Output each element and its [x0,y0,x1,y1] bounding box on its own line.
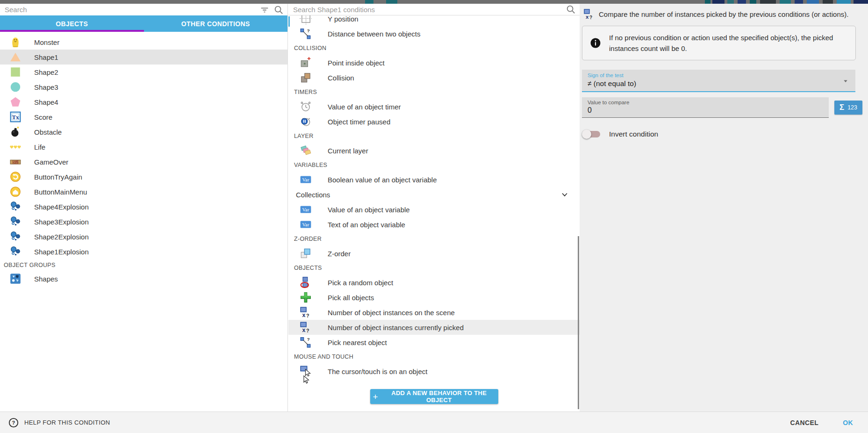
condition-row-number-of-object-instances-currently-picked[interactable]: x?Number of object instances currently p… [288,320,580,335]
group-row-shapes[interactable]: Shapes [0,271,287,286]
dialog-footer: ? HELP FOR THIS CONDITION CANCEL OK [0,411,868,433]
filter-icon[interactable] [259,5,270,15]
condition-search-input[interactable] [293,6,562,14]
value-to-compare-label: Value to compare [588,100,823,105]
svg-text:Tx: Tx [12,114,19,121]
value-to-compare-field[interactable]: Value to compare [582,97,829,118]
svg-text:OVER: OVER [13,162,19,165]
condition-category-header: Z-ORDER [288,232,580,246]
active-tab-indicator [0,30,144,32]
object-row-shape2explosion[interactable]: Shape2Explosion [0,229,287,244]
hearts-icon [9,141,22,153]
svg-text:x: x [586,14,589,20]
help-label: HELP FOR THIS CONDITION [24,419,110,426]
condition-subsection-collections[interactable]: Collections [288,187,580,202]
condition-label: Pick a random object [328,279,393,287]
ok-button[interactable]: OK [843,419,853,426]
condition-category-header: LAYER [288,129,580,143]
invert-condition-toggle[interactable] [582,129,602,139]
dropdown-arrow-icon [841,77,850,85]
tab-objects[interactable]: OBJECTS [0,15,144,32]
pentagon-icon [9,96,22,108]
object-row-life[interactable]: Life [0,139,287,154]
object-label: Shape2Explosion [34,233,89,241]
svg-text:?: ? [306,313,309,318]
variable-icon: Var [300,218,312,231]
condition-row-number-of-object-instances-on-the-scene[interactable]: x?Number of object instances on the scen… [288,305,580,320]
sign-of-test-label: Sign of the test [588,72,850,78]
condition-row-collision[interactable]: Collision [288,70,580,85]
condition-row-pick-nearest-object[interactable]: ?Pick nearest object [288,335,580,350]
instance-count-icon: x? [300,321,312,333]
object-label: Monster [34,38,59,46]
condition-row-text-of-an-object-variable[interactable]: VarText of an object variable [288,217,580,232]
sign-of-test-select[interactable]: Sign of the test ≠ (not equal to) [582,70,855,92]
object-row-shape1explosion[interactable]: Shape1Explosion [0,244,287,259]
add-behavior-button[interactable]: + ADD A NEW BEHAVIOR TO THE OBJECT [370,389,498,404]
object-selector-panel: OBJECTS OTHER CONDITIONS MonsterShape1Sh… [0,4,288,411]
condition-row-value-of-an-object-variable[interactable]: VarValue of an object variable [288,202,580,217]
condition-label: Value of an object timer [328,103,401,111]
invert-condition-label: Invert condition [609,130,658,138]
condition-row-y-position[interactable]: Y position [288,15,580,26]
condition-row-the-cursor-touch-is-on-an-object[interactable]: The cursor/touch is on an object [288,364,580,379]
object-row-shape4explosion[interactable]: Shape4Explosion [0,199,287,214]
condition-row-boolean-value-of-an-object-variable[interactable]: VarBoolean value of an object variable [288,172,580,187]
explosion-icon [9,201,22,213]
chevron-down-icon[interactable] [560,190,569,199]
condition-label: Boolean value of an object variable [328,176,437,184]
condition-row-pick-a-random-object[interactable]: Pick a random object [288,275,580,290]
expression-editor-button[interactable]: Σ 123 [834,101,862,115]
sign-of-test-value: ≠ (not equal to) [588,79,850,88]
cancel-button[interactable]: CANCEL [790,419,818,426]
info-icon [590,37,601,49]
object-row-buttontryagain[interactable]: ButtonTryAgain [0,169,287,184]
object-row-shape1[interactable]: Shape1 [0,50,287,65]
group-icon [9,273,22,285]
expression-editor-label: 123 [847,104,857,111]
object-row-shape2[interactable]: Shape2 [0,65,287,79]
condition-label: Distance between two objects [328,30,420,38]
object-row-shape4[interactable]: Shape4 [0,94,287,109]
condition-search-row [288,4,580,15]
object-row-score[interactable]: TxScore [0,109,287,124]
square-icon [9,66,22,78]
toggle-thumb [582,130,591,139]
condition-category-header: OBJECTS [288,261,580,275]
svg-text:x: x [302,312,305,318]
condition-label: Collision [328,74,354,82]
value-to-compare-input[interactable] [588,106,823,115]
condition-row-point-inside-object[interactable]: Point inside object [288,55,580,70]
condition-editor-dialog: OBJECTS OTHER CONDITIONS MonsterShape1Sh… [0,0,868,433]
object-row-buttonmainmenu[interactable]: ButtonMainMenu [0,184,287,199]
help-button[interactable]: ? HELP FOR THIS CONDITION [8,418,110,428]
pick-all-icon [300,291,312,303]
svg-text:x: x [302,327,305,333]
object-list: MonsterShape1Shape2Shape3Shape4TxScoreOb… [0,32,287,259]
object-row-shape3[interactable]: Shape3 [0,79,287,94]
condition-label: Current layer [328,147,368,155]
condition-list: Y position?Distance between two objectsC… [288,15,580,384]
condition-row-z-order[interactable]: Z-order [288,246,580,261]
distance-icon: ? [300,28,312,40]
tab-other-conditions[interactable]: OTHER CONDITIONS [144,15,288,32]
condition-row-object-timer-paused[interactable]: Object timer paused [288,114,580,129]
condition-label: Text of an object variable [328,221,405,229]
svg-text:Var: Var [302,177,309,182]
object-label: Shape4 [34,98,58,106]
condition-row-current-layer[interactable]: Current layer [288,143,580,158]
scrollbar[interactable] [578,236,579,409]
retry-button-icon [9,171,22,183]
condition-row-distance-between-two-objects[interactable]: ?Distance between two objects [288,26,580,41]
object-row-gameover[interactable]: GAMEOVERGameOver [0,154,287,169]
object-row-shape3explosion[interactable]: Shape3Explosion [0,214,287,229]
object-search-input[interactable] [5,6,256,14]
condition-row-pick-all-objects[interactable]: Pick all objects [288,290,580,305]
condition-label: Value of an object variable [328,206,410,214]
object-row-obstacle[interactable]: Obstacle [0,124,287,139]
condition-parameters-panel: x? Compare the number of instances picke… [580,4,868,411]
object-row-monster[interactable]: Monster [0,35,287,50]
svg-text:?: ? [307,28,310,33]
point-inside-icon [300,57,312,69]
condition-row-value-of-an-object-timer[interactable]: Value of an object timer [288,99,580,114]
